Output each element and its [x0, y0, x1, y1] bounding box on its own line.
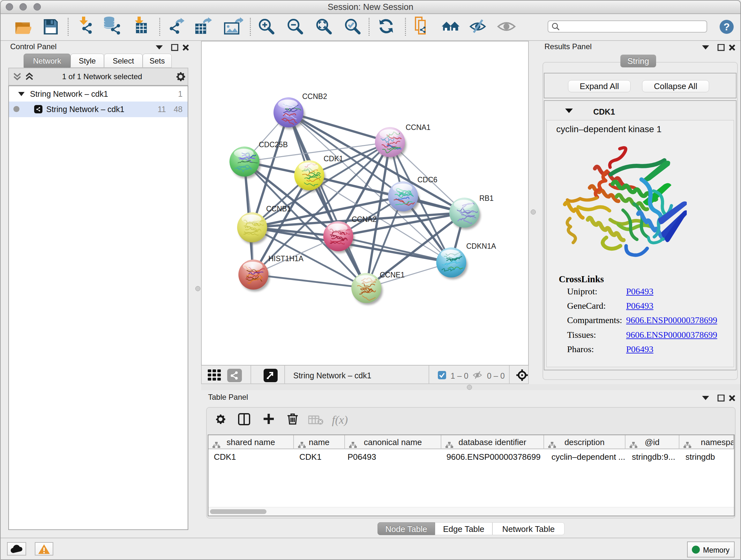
svg-text:CDK1: CDK1: [324, 154, 343, 163]
svg-text:RB1: RB1: [479, 194, 494, 202]
svg-text:CCNE1: CCNE1: [380, 271, 405, 279]
svg-text:CDKN1A: CDKN1A: [466, 242, 496, 250]
svg-text:CCNB2: CCNB2: [302, 92, 327, 101]
svg-text:HIST1H1A: HIST1H1A: [268, 254, 304, 263]
svg-text:CCNA2: CCNA2: [352, 215, 377, 224]
svg-text:CCNB1: CCNB1: [266, 205, 291, 213]
svg-text:CDC25B: CDC25B: [259, 140, 288, 149]
svg-text:CCNA1: CCNA1: [406, 123, 430, 132]
svg-text:CDC6: CDC6: [417, 176, 437, 184]
